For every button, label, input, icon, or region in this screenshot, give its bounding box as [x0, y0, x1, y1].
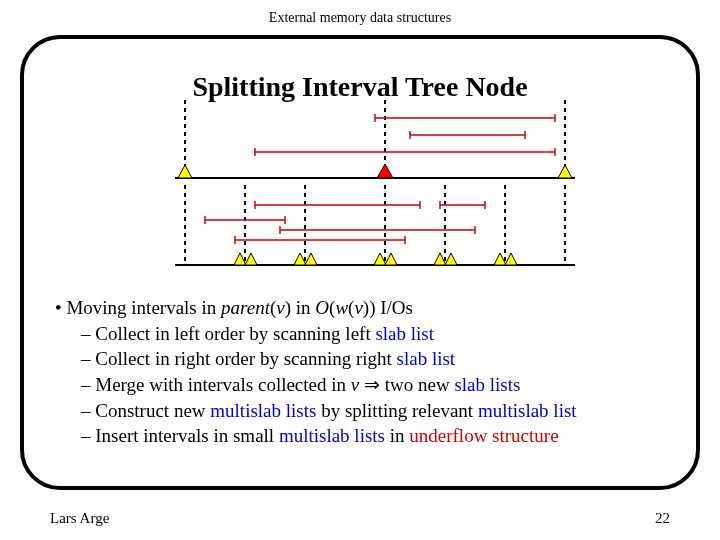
bullet-sub-3: Merge with intervals collected in v ⇒ tw…	[81, 372, 675, 398]
bullet-list: Moving intervals in parent(v) in O(w(v))…	[55, 295, 675, 449]
svg-marker-13	[178, 165, 192, 178]
svg-marker-48	[505, 253, 517, 265]
svg-marker-46	[445, 253, 457, 265]
svg-marker-44	[385, 253, 397, 265]
bullet-sub-1: Collect in left order by scanning left s…	[81, 321, 675, 347]
course-header: External memory data structures	[0, 0, 720, 26]
svg-marker-14	[558, 165, 572, 178]
interval-tree-diagram	[175, 100, 575, 275]
footer-page: 22	[655, 510, 670, 527]
svg-marker-15	[377, 164, 393, 178]
svg-marker-40	[245, 253, 257, 265]
bullet-sub-5: Insert intervals in small multislab list…	[81, 423, 675, 449]
bullet-main: Moving intervals in parent(v) in O(w(v))…	[55, 295, 675, 321]
svg-marker-42	[305, 253, 317, 265]
bullet-sub-4: Construct new multislab lists by splitti…	[81, 398, 675, 424]
footer-author: Lars Arge	[50, 510, 109, 527]
bullet-sub-2: Collect in right order by scanning right…	[81, 346, 675, 372]
